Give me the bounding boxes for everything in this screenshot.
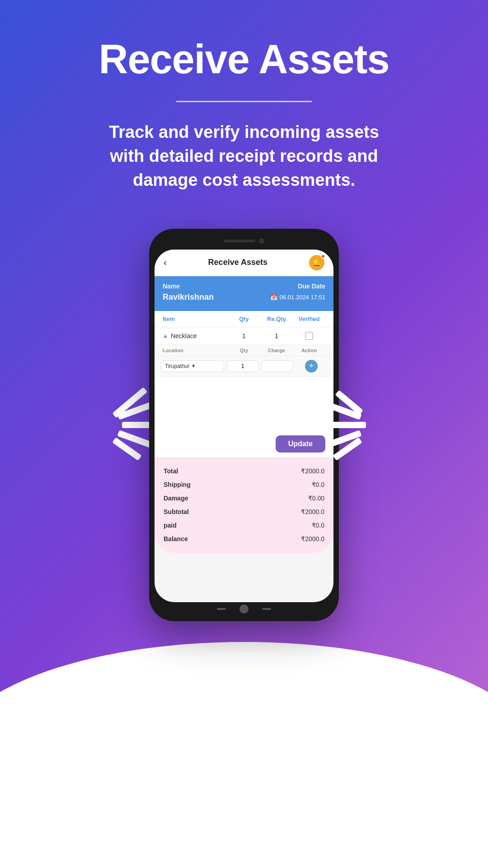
sub-col-charge: Charge <box>260 348 293 353</box>
table-header-row: Item Qty Re.Qty Verified <box>155 311 333 327</box>
damage-label: Damage <box>164 495 188 502</box>
col-qty: Qty <box>228 316 260 322</box>
phone-screen: ‹ Receive Assets 🔔 Name Due Date Ravikri… <box>155 250 333 602</box>
title-divider <box>176 101 312 102</box>
total-row: Total ₹2000.0 <box>164 464 324 478</box>
expand-icon[interactable]: ▲ <box>163 333 168 339</box>
due-date-label: Due Date <box>298 283 325 290</box>
balance-value: ₹2000.0 <box>301 535 324 542</box>
bottom-indicator-right <box>262 608 271 610</box>
dropdown-chevron-icon: ▼ <box>191 363 196 368</box>
shipping-value: ₹0.0 <box>312 481 324 488</box>
total-value: ₹2000.0 <box>301 467 324 475</box>
balance-row: Balance ₹2000.0 <box>164 532 324 546</box>
damage-row: Damage ₹0.00 <box>164 491 324 505</box>
table-row: ▲ Necklace 1 1 <box>155 327 333 345</box>
asset-due-date-value: 📅 06.01.2024 17:51 <box>270 292 325 302</box>
notch-speaker <box>224 240 255 242</box>
sub-row-data: Tirupathur ▼ + <box>155 356 333 377</box>
asset-card-header: Name Due Date <box>163 283 325 290</box>
asset-name-value: Ravikrishnan <box>163 292 214 302</box>
add-action-button[interactable]: + <box>305 360 318 373</box>
notch-camera <box>259 238 264 244</box>
qty-cell: 1 <box>228 332 260 340</box>
bottom-indicator-mid <box>239 604 249 613</box>
total-label: Total <box>164 467 178 475</box>
phone-notch-bar <box>155 234 333 248</box>
shipping-row: Shipping ₹0.0 <box>164 478 324 491</box>
notification-bell-button[interactable]: 🔔 <box>309 255 324 270</box>
asset-card: Name Due Date Ravikrishnan 📅 06.01.2024 … <box>155 276 333 311</box>
location-select[interactable]: Tirupathur ▼ <box>161 360 224 372</box>
name-label: Name <box>163 283 180 290</box>
app-header-title: Receive Assets <box>208 258 267 267</box>
item-name-cell: ▲ Necklace <box>163 332 228 340</box>
back-button[interactable]: ‹ <box>164 257 167 268</box>
subtotal-label: Subtotal <box>164 508 189 515</box>
notification-dot <box>321 254 325 259</box>
sparkle-right <box>330 396 375 453</box>
update-button[interactable]: Update <box>276 435 325 453</box>
sub-qty-input[interactable] <box>227 360 258 372</box>
update-row: Update <box>155 431 333 457</box>
subtotal-value: ₹2000.0 <box>301 508 324 515</box>
location-value: Tirupathur <box>165 363 189 369</box>
phone-mockup-wrapper: ‹ Receive Assets 🔔 Name Due Date Ravikri… <box>149 229 339 621</box>
summary-section: Total ₹2000.0 Shipping ₹0.0 Damage ₹0.00… <box>155 457 333 553</box>
paid-value: ₹0.0 <box>312 522 324 529</box>
col-re-qty: Re.Qty <box>260 316 293 322</box>
sub-col-action: Action <box>293 348 325 353</box>
paid-row: paid ₹0.0 <box>164 519 324 532</box>
col-verified: Verified <box>293 316 325 322</box>
subtotal-row: Subtotal ₹2000.0 <box>164 505 324 519</box>
phone-notch <box>210 235 278 247</box>
plus-icon: + <box>309 361 314 371</box>
items-table: Item Qty Re.Qty Verified ▲ Necklace 1 1 <box>155 311 333 377</box>
spark-line-r3 <box>321 422 366 428</box>
col-item: Item <box>163 316 228 322</box>
bottom-indicator-left <box>217 608 226 610</box>
sub-row-header: Location Qty Charge Action <box>155 345 333 356</box>
charge-input[interactable] <box>261 360 293 372</box>
bell-icon: 🔔 <box>312 258 321 267</box>
calendar-icon: 📅 <box>270 294 277 301</box>
sub-col-qty: Qty <box>228 348 260 353</box>
sub-col-location: Location <box>163 348 228 353</box>
shipping-label: Shipping <box>164 481 191 488</box>
asset-card-values: Ravikrishnan 📅 06.01.2024 17:51 <box>163 292 325 302</box>
verified-checkbox[interactable] <box>305 332 313 340</box>
page-subtitle: Track and verify incoming assets with de… <box>86 120 402 193</box>
paid-label: paid <box>164 522 177 529</box>
balance-label: Balance <box>164 535 188 542</box>
verified-cell <box>293 332 325 340</box>
damage-value: ₹0.00 <box>308 495 324 502</box>
phone-bottom-bar <box>155 602 333 616</box>
phone-frame: ‹ Receive Assets 🔔 Name Due Date Ravikri… <box>149 229 339 621</box>
item-name: Necklace <box>171 332 197 340</box>
page-title: Receive Assets <box>99 36 389 83</box>
bottom-blob <box>0 642 488 868</box>
app-header: ‹ Receive Assets 🔔 <box>155 250 333 276</box>
re-qty-cell: 1 <box>260 332 293 340</box>
content-spacer <box>155 377 333 431</box>
